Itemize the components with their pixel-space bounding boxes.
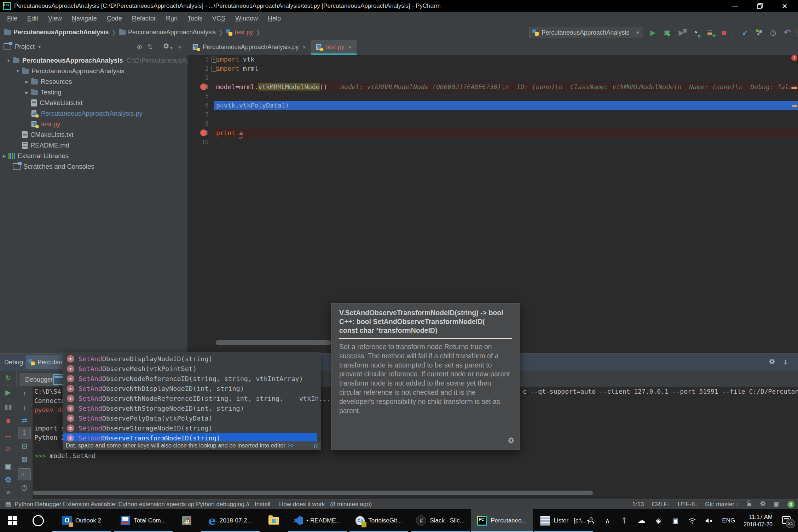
debug-session-tab[interactable]: PercutaneousApproachAnalysis (25, 355, 65, 369)
menu-view[interactable]: View (43, 15, 67, 22)
taskbar-pycharm[interactable]: Percutaneo... (471, 509, 533, 532)
taskbar-outlook[interactable]: OOutlook 2 (51, 509, 112, 532)
loop-button[interactable]: ⇄ (16, 414, 33, 426)
scroll-to-end-button[interactable]: ↧ (18, 427, 31, 439)
tree-item-test-py[interactable]: test.py (0, 119, 187, 129)
breakpoint-icon[interactable] (200, 129, 207, 136)
taskbar-edge[interactable]: e2018-07-2... (200, 509, 261, 532)
lock-icon[interactable] (746, 501, 752, 509)
menu-window[interactable]: Window (230, 15, 263, 22)
tree-item-readme-md[interactable]: README.md (0, 140, 187, 151)
taskbar-explorer[interactable] (261, 509, 287, 532)
notification-badge[interactable]: 2 (787, 501, 794, 508)
menu-run[interactable]: Run (161, 15, 183, 22)
debug-settings-icon[interactable] (769, 358, 775, 366)
completion-item[interactable]: mSetAndObserveMesh(vtkPointSet) (63, 364, 317, 374)
tree-item-resources[interactable]: ▶Resources (0, 76, 187, 87)
collapse-all-icon[interactable]: ⇅ (147, 43, 153, 51)
editor-tab-PercutaneousApproachAnalysis.py[interactable]: PercutaneousApproachAnalysis.py× (187, 40, 311, 55)
hint-link[interactable]: >> (288, 442, 294, 449)
completion-item[interactable]: mSetAndObserveNodeReferenceID(string, st… (63, 374, 317, 383)
menu-edit[interactable]: Edit (22, 15, 43, 22)
vcs-actions-button[interactable] (753, 26, 765, 39)
gear-icon[interactable]: ▼ (163, 43, 173, 51)
taskbar-lister[interactable]: Lister - [c:\... (533, 509, 594, 532)
pause-button[interactable]: ▮▮ (0, 401, 16, 413)
gear-icon[interactable] (508, 437, 515, 445)
hide-panel-icon[interactable]: ⇤ (178, 43, 184, 51)
completion-item[interactable]: mSetAndObserveDisplayNodeID(string) (63, 354, 317, 364)
tree-item-cmakelists-txt[interactable]: CMakeLists.txt (0, 129, 187, 140)
tree-item-scratches-and-consoles[interactable]: Scratches and Consoles (0, 161, 187, 172)
completion-item[interactable]: mSetAndObserveNthDisplayNodeID(int, stri… (63, 383, 317, 393)
menu-code[interactable]: Code (102, 15, 127, 22)
gear-icon[interactable] (760, 501, 766, 508)
completion-item[interactable]: mSetAndObserveNthStorageNodeID(int, stri… (63, 403, 317, 413)
git-branch-select[interactable]: Git: master ↕ (705, 501, 739, 508)
profiler-button[interactable]: ◔▶ (689, 26, 702, 39)
completion-item[interactable]: mSetAndObserveNthNodeReferenceID(string,… (63, 393, 317, 403)
view-breakpoints-button[interactable]: ●● (0, 430, 16, 442)
breadcrumb-item[interactable]: PercutaneousApproachAnalysis (119, 29, 216, 36)
editor-tab-test.py[interactable]: test.py× (311, 40, 357, 55)
stop-debug-button[interactable]: ■ (0, 415, 16, 427)
history-button[interactable]: ◷ (16, 481, 33, 493)
concurrency-button[interactable]: ≣▶ (703, 26, 716, 39)
gutter-tag-icon[interactable] (212, 57, 216, 63)
cortana-button[interactable] (25, 509, 51, 532)
close-tab-icon[interactable]: × (302, 44, 306, 51)
tree-item-percutaneousapproachanalysis-py[interactable]: PercutaneousApproachAnalysis.py (0, 108, 187, 119)
encoding-select[interactable]: UTF-8↕ (678, 501, 697, 508)
breadcrumb-item[interactable]: test.py (226, 29, 253, 36)
rerun-button[interactable]: ↻ (0, 372, 16, 384)
taskbar-vscode[interactable]: • README... (287, 509, 348, 532)
hide-window-icon[interactable]: ↧ (783, 358, 788, 366)
inspector-icon[interactable]: ▣ (774, 501, 780, 508)
gutter-tag-icon[interactable] (212, 66, 216, 72)
taskbar-clock[interactable]: 11:17 AM2018-07-20 (744, 513, 773, 528)
menu-vcs[interactable]: VCS (207, 15, 230, 22)
up-stack-button[interactable]: ↑ (16, 387, 33, 399)
menu-help[interactable]: Help (263, 15, 286, 22)
project-panel-title[interactable]: Project (15, 43, 35, 51)
run-button[interactable]: ▶ (647, 26, 659, 39)
tree-item-testing[interactable]: ▶Testing (0, 87, 187, 98)
error-stripe-badge[interactable]: ! (791, 55, 797, 61)
resume-button[interactable]: ▶ (0, 386, 16, 398)
menu-refactor[interactable]: Refactor (127, 15, 161, 22)
tree-item-percutaneousapproachanalysis[interactable]: ▼PercutaneousApproachAnalysis (0, 66, 187, 76)
clear-console-button[interactable]: ⊠ (16, 453, 33, 465)
completion-item[interactable]: mSetAndObservePolyData(vtkPolyData) (63, 413, 317, 423)
taskbar-screenshot-tool[interactable] (174, 509, 200, 532)
breakpoint-icon[interactable] (200, 83, 207, 90)
taskbar-tortoisegit[interactable]: GitTortoiseGit... (348, 509, 410, 532)
completion-item[interactable]: mSetAndObserveStorageNodeID(string) (63, 423, 317, 433)
start-button[interactable] (0, 509, 25, 532)
install-link[interactable]: Install (255, 501, 270, 508)
chevron-down-icon[interactable]: ▼ (37, 44, 42, 49)
line-separator-select[interactable]: CRLF↕ (652, 501, 670, 508)
mute-breakpoints-button[interactable]: ⊘ (0, 443, 16, 455)
taskbar-totalcmd[interactable]: Total Com... (112, 509, 174, 532)
debug-settings-gear[interactable] (0, 474, 16, 486)
rollback-button[interactable]: ↶ (781, 26, 794, 39)
run-coverage-button[interactable]: ▶▦ (675, 26, 688, 39)
locate-icon[interactable]: ⊕ (137, 43, 142, 51)
debug-button[interactable] (661, 26, 673, 39)
editor-hscrollbar[interactable] (216, 340, 331, 345)
stop-button[interactable]: ■ (717, 26, 730, 39)
run-config-select[interactable]: PercutaneousApproachAnalysis ▼ (529, 27, 643, 38)
tree-item-percutaneousapproachanalysis[interactable]: ▼PercutaneousApproachAnalysisC:\D\Percut… (0, 55, 187, 66)
menu-file[interactable]: File (2, 15, 22, 22)
menu-navigate[interactable]: Navigate (67, 15, 102, 22)
how-does-it-work-link[interactable]: How does it work (279, 501, 325, 508)
tree-item-external-libraries[interactable]: ▶External Libraries (0, 151, 187, 161)
action-center-button[interactable]: 21 (781, 515, 793, 527)
tree-item-cmakelists-txt[interactable]: CMakeLists.txt (0, 98, 187, 108)
down-stack-button[interactable]: ↓ (16, 401, 33, 413)
console-hscrollbar[interactable] (33, 491, 593, 495)
show-prompt-button[interactable]: >_ (18, 468, 31, 480)
event-log-icon[interactable]: ▤ (5, 501, 11, 508)
breadcrumb-item[interactable]: PercutaneousApproachAnalysis (4, 29, 109, 36)
update-project-button[interactable]: ↙ (739, 26, 751, 39)
